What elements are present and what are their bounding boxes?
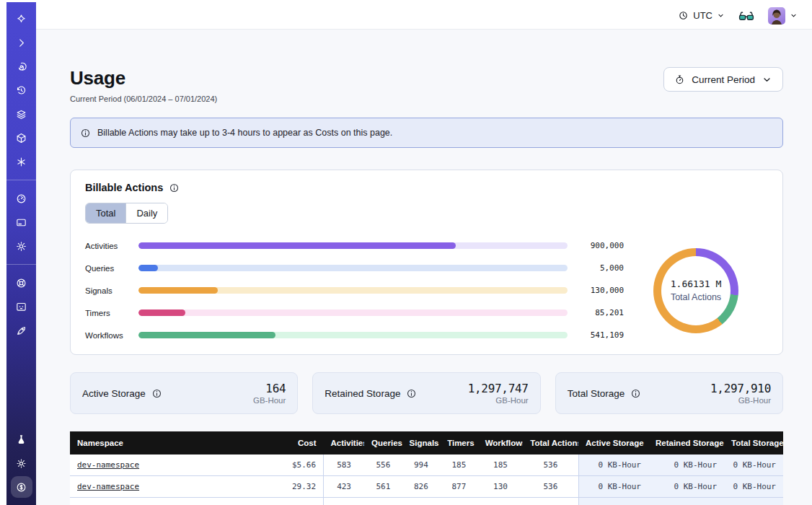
storage-card-label: Retained Storage (325, 388, 400, 399)
col-header-workflows: Workflows (478, 431, 524, 454)
namespace-link[interactable]: dev-namespace (77, 482, 139, 491)
info-icon[interactable] (169, 183, 180, 193)
feedback-glasses-button[interactable] (738, 9, 755, 22)
avatar (768, 7, 785, 25)
storage-card-unit: GB-Hour (253, 396, 286, 405)
namespace-cell: dev-namespace (70, 476, 267, 498)
period-dropdown-label: Current Period (692, 74, 755, 85)
sidebar-item-settings-gear[interactable] (11, 235, 32, 257)
sidebar-item-history-clock[interactable] (11, 79, 32, 101)
table-row: dev-namespace$3.354925368838166001300 KB… (70, 498, 783, 505)
billable-actions-title: Billable Actions (85, 182, 163, 193)
usage-dollar-icon (15, 481, 27, 493)
col-header-active-storage: Active Storage (578, 431, 648, 454)
col-header-total-storage: Total Storage (724, 431, 783, 454)
tab-daily[interactable]: Daily (125, 203, 167, 223)
cell-total-storage: 0 KB-Hour (724, 498, 783, 505)
cell-signals: 883 (402, 498, 441, 505)
storage-card-value: 1,297,910 (710, 382, 771, 395)
col-header-namespace: Namespace (70, 431, 267, 454)
cell-total-actions: 536 (523, 476, 578, 498)
storage-card-active-storage: Active Storage164GB-Hour (70, 372, 298, 414)
period-dropdown-button[interactable]: Current Period (663, 67, 783, 92)
sidebar-item-cube[interactable] (11, 127, 32, 149)
sidebar-item-chevron-right[interactable] (11, 32, 32, 53)
donut-center-value: 1.66131 M (671, 278, 721, 289)
page-header: Usage Current Period (06/01/2024 – 07/01… (70, 67, 783, 103)
cell-signals: 826 (402, 476, 441, 498)
col-header-retained-storage: Retained Storage (648, 431, 724, 454)
sidebar-item-docs-terminal[interactable] (11, 296, 32, 317)
tab-total[interactable]: Total (86, 203, 125, 223)
bar-label: Timers (85, 309, 130, 317)
theme-sun-icon (15, 457, 27, 470)
bar-row-queries: Queries5,000 (85, 263, 624, 273)
storage-card-total-storage: Total Storage1,297,910GB-Hour (555, 372, 783, 414)
support-lifebuoy-icon (15, 277, 27, 289)
sidebar-item-support-lifebuoy[interactable] (11, 272, 32, 294)
cell-queries: 561 (364, 476, 402, 498)
cell-timers: 877 (440, 476, 478, 498)
storage-card-label: Total Storage (568, 388, 625, 399)
cell-signals: 994 (402, 454, 441, 476)
donut-center-label: Total Actions (671, 292, 721, 302)
billable-actions-tabs: TotalDaily (85, 203, 168, 224)
info-icon[interactable] (630, 388, 641, 399)
bar-value: 541,109 (576, 330, 624, 340)
sidebar-divider (6, 180, 36, 180)
sidebar-item-gauge[interactable] (11, 188, 32, 209)
sidebar-item-namespaces-spiral[interactable] (11, 56, 32, 77)
sidebar-item-asterisk[interactable] (11, 151, 32, 172)
billing-card-icon (15, 216, 27, 229)
docs-terminal-icon (15, 301, 27, 313)
sidebar-item-usage-dollar[interactable] (11, 476, 32, 498)
col-header-activities: Activities (324, 431, 365, 454)
storage-card-value: 1,297,747 (468, 382, 529, 395)
account-menu[interactable] (768, 7, 798, 25)
billable-actions-chart: Activities900,000Queries5,000Signals130,… (85, 241, 768, 340)
timezone-selector[interactable]: UTC (678, 10, 725, 21)
namespace-link[interactable]: dev-namespace (77, 460, 139, 470)
sidebar-nav (6, 2, 36, 505)
cell-activities: 423 (324, 476, 365, 498)
namespace-cell: dev-namespace (70, 498, 267, 505)
info-icon[interactable] (151, 388, 162, 399)
sidebar-item-rocket[interactable] (11, 320, 32, 341)
main-area: UTC Usage (36, 2, 812, 505)
sidebar-item-temporal-logo[interactable] (11, 8, 32, 30)
bar-row-activities: Activities900,000 (85, 241, 624, 250)
cube-icon (15, 132, 27, 144)
sidebar-item-billing-card[interactable] (11, 211, 32, 233)
sidebar-item-lab-flask[interactable] (11, 429, 32, 450)
sidebar-item-layers[interactable] (11, 103, 32, 125)
asterisk-icon (15, 156, 27, 168)
bar-row-workflows: Workflows541,109 (85, 330, 624, 340)
bar-track (138, 309, 568, 316)
clock-icon (678, 10, 689, 21)
table-header-row: NamespaceCostActivitiesQueriesSignalsTim… (70, 431, 783, 454)
temporal-logo-icon (15, 13, 27, 25)
timezone-label: UTC (693, 10, 712, 21)
cell-timers: 185 (440, 454, 478, 476)
cell-workflows: 185 (478, 454, 524, 476)
namespaces-spiral-icon (15, 61, 27, 73)
col-header-total-actions: Total Actions (523, 431, 578, 454)
glasses-icon (738, 9, 755, 22)
chevron-down-icon (717, 12, 725, 19)
page-title: Usage (70, 67, 217, 89)
info-icon[interactable] (406, 388, 417, 399)
sidebar-item-theme-sun[interactable] (11, 452, 32, 474)
history-clock-icon (15, 84, 27, 97)
layers-icon (15, 108, 27, 120)
cell-total-actions: 536 (523, 454, 578, 476)
gauge-icon (15, 193, 27, 205)
bar-fill (138, 287, 218, 294)
page-subtitle: Current Period (06/01/2024 – 07/01/2024) (70, 95, 217, 103)
info-icon (80, 128, 91, 139)
cell-timers: 816 (440, 498, 478, 505)
bar-fill (138, 265, 158, 271)
cell-activities: 583 (324, 454, 365, 476)
cell-retained-storage: 0 KB-Hour (648, 454, 724, 476)
settings-gear-icon (15, 240, 27, 252)
bar-value: 130,000 (576, 286, 624, 295)
